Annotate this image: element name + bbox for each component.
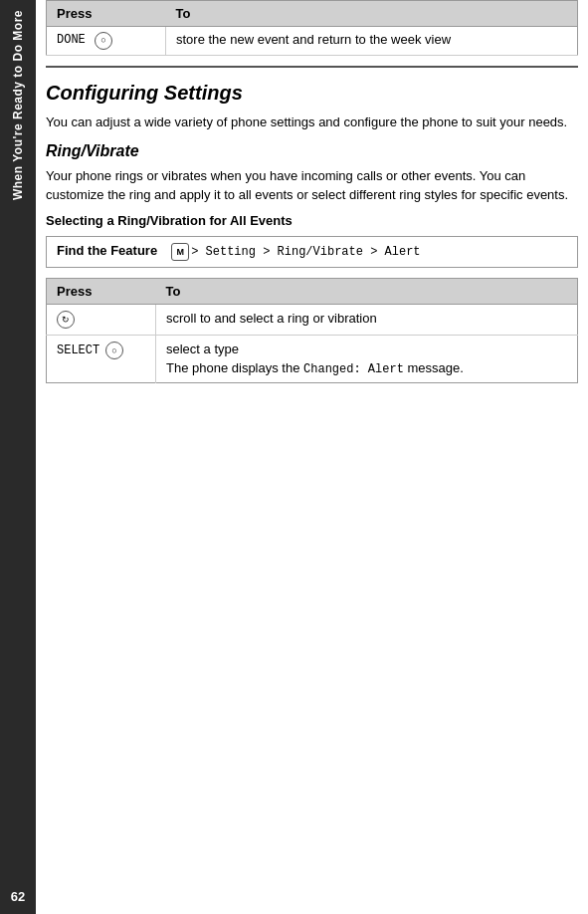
find-feature-box: Find the Feature M > Setting > Ring/Vibr… xyxy=(46,236,578,268)
done-icon: ○ xyxy=(95,32,112,50)
top-table-press-cell: DONE ○ xyxy=(47,27,166,56)
top-table-col2-header: To xyxy=(166,1,578,27)
top-table-wrapper: Press To DONE ○ store the new event and … xyxy=(46,0,578,56)
selecting-section-heading: Selecting a Ring/Vibration for All Event… xyxy=(46,213,578,228)
menu-icon: M xyxy=(171,243,189,261)
changed-alert-code: Changed: Alert xyxy=(303,362,404,376)
bottom-table-wrapper: Press To ↻ scroll to and select a ring o… xyxy=(46,278,578,383)
top-press-table: Press To DONE ○ store the new event and … xyxy=(46,0,578,56)
find-feature-label: Find the Feature xyxy=(57,243,157,258)
page-number: 62 xyxy=(11,889,25,904)
select-icon: ○ xyxy=(105,342,123,359)
bottom-table-col2-header: To xyxy=(156,278,578,304)
top-table-col1-header: Press xyxy=(47,1,166,27)
sidebar: When You're Ready to Do More 62 xyxy=(0,0,36,914)
main-content: Press To DONE ○ store the new event and … xyxy=(36,0,588,914)
ring-vibrate-body: Your phone rings or vibrates when you ha… xyxy=(46,166,578,205)
configuring-settings-heading: Configuring Settings xyxy=(46,82,578,105)
select-note: The phone displays the Changed: Alert me… xyxy=(166,360,567,376)
bottom-press-table: Press To ↻ scroll to and select a ring o… xyxy=(46,278,578,383)
find-feature-path-text: > Setting > Ring/Vibrate > Alert xyxy=(191,245,420,259)
scroll-press-cell: ↻ xyxy=(47,304,156,335)
ring-vibrate-heading: Ring/Vibrate xyxy=(46,142,578,160)
select-press-cell: SELECT ○ xyxy=(47,335,156,382)
sidebar-title: When You're Ready to Do More xyxy=(11,10,25,200)
configuring-settings-body: You can adjust a wide variety of phone s… xyxy=(46,113,578,132)
select-to-cell: select a type The phone displays the Cha… xyxy=(156,335,578,382)
scroll-icon: ↻ xyxy=(57,311,75,329)
done-label: DONE xyxy=(57,33,86,47)
table-row: ↻ scroll to and select a ring or vibrati… xyxy=(47,304,578,335)
find-feature-path: M > Setting > Ring/Vibrate > Alert xyxy=(171,243,420,261)
top-table-to-cell: store the new event and return to the we… xyxy=(166,27,578,56)
table-row: SELECT ○ select a type The phone display… xyxy=(47,335,578,382)
scroll-to-cell: scroll to and select a ring or vibration xyxy=(156,304,578,335)
select-to-text: select a type xyxy=(166,342,567,356)
bottom-table-col1-header: Press xyxy=(47,278,156,304)
section-divider xyxy=(46,66,578,68)
select-label: SELECT xyxy=(57,343,99,357)
table-row: DONE ○ store the new event and return to… xyxy=(47,27,578,56)
